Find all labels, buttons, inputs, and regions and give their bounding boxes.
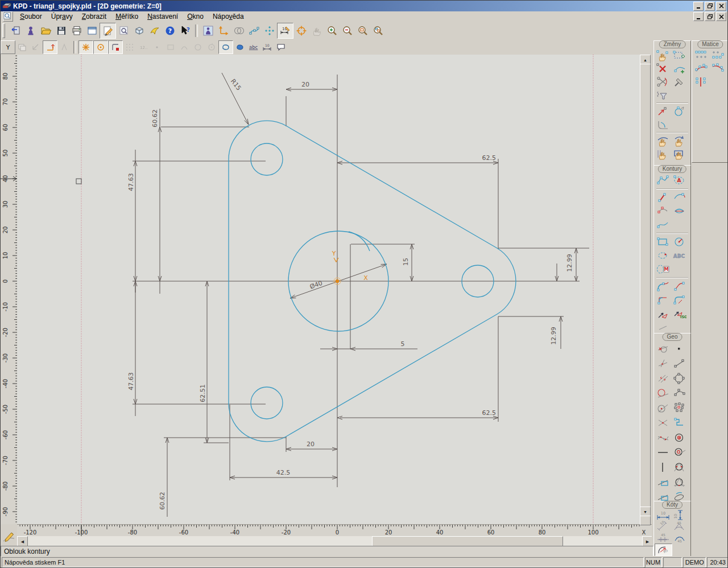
rectangle-button[interactable] (655, 235, 671, 249)
rotate-hand-button[interactable] (671, 134, 688, 147)
arc-points-geo-button[interactable] (671, 386, 688, 401)
snap-target-button[interactable] (293, 23, 309, 38)
stretch-hand-button[interactable] (655, 147, 671, 160)
circle-center-line-button[interactable] (671, 445, 688, 460)
blend-arc-button[interactable] (655, 279, 671, 293)
delete-element-button[interactable] (655, 62, 671, 75)
zoom-window-button[interactable] (355, 23, 370, 38)
comment-bubble-button[interactable] (274, 41, 288, 53)
close-button[interactable] (716, 2, 726, 11)
contour-arc-segment[interactable] (349, 232, 370, 251)
drag-window-hand-button[interactable] (671, 147, 688, 160)
circle-by-points-button[interactable] (671, 371, 688, 386)
mdi-close-button[interactable] (716, 12, 726, 21)
line-2-points-button[interactable] (671, 356, 688, 371)
zoom-extents-button[interactable] (370, 23, 386, 38)
arc-by-points-button[interactable] (655, 204, 671, 218)
ellipse-point-button[interactable] (655, 249, 671, 262)
contour-polyline-button[interactable] (655, 174, 671, 187)
double-tangent-button[interactable] (655, 430, 671, 445)
point-cloud-button[interactable] (671, 401, 688, 415)
parallel-lines-button[interactable] (655, 371, 671, 386)
help-button[interactable]: ? (162, 23, 177, 38)
edit-geometry-button[interactable] (100, 23, 116, 39)
freehand-curve-button[interactable] (655, 218, 671, 232)
select-entities-button[interactable] (671, 49, 688, 62)
toolbar-gripper[interactable] (2, 23, 5, 38)
menu-soubor[interactable]: Soubor (15, 12, 47, 21)
round-corner-button[interactable] (671, 293, 688, 307)
show-spline-button[interactable] (246, 23, 262, 38)
menu-pravy[interactable]: Úpravy (47, 12, 77, 21)
circle-center-point-button[interactable] (671, 430, 688, 445)
filter-funnel-button[interactable] (655, 88, 671, 101)
figure-view-button[interactable] (200, 23, 216, 38)
zoom-in-button[interactable] (324, 23, 340, 38)
profile-arrow-button[interactable] (655, 307, 671, 320)
vertical-scrollbar[interactable]: ▲ ▼ (640, 55, 650, 524)
insert-point-button[interactable] (671, 62, 688, 75)
profile-iso-button[interactable]: ISO (671, 307, 688, 320)
circle-line-angle-button[interactable] (655, 401, 671, 415)
view-3d-button[interactable] (131, 23, 147, 38)
ellipse-m-button[interactable]: M (655, 262, 671, 276)
perpendicular-button[interactable] (655, 356, 671, 371)
palette-title-kontury[interactable]: Kontury (658, 165, 686, 173)
vertical-line-button[interactable] (655, 460, 671, 475)
title-bar[interactable]: KPD - triangl_spojky.pld - [2D geometrie… (1, 1, 728, 11)
array-curve-2-button[interactable] (709, 62, 726, 75)
circle-compass-button[interactable] (671, 235, 688, 249)
palette-title-geo[interactable]: Geo (663, 333, 682, 341)
text-abc-button[interactable]: ABC (671, 249, 688, 262)
menu-mtko[interactable]: Měřítko (111, 12, 143, 21)
array-linear-2-button[interactable] (709, 49, 726, 62)
array-mirror-button[interactable] (693, 75, 709, 88)
preview-window-button[interactable] (116, 23, 131, 38)
palette-title-koty[interactable]: Kóty (662, 501, 682, 509)
save-file-button[interactable] (53, 23, 69, 38)
show-circles-button[interactable] (231, 23, 246, 38)
menu-npovda[interactable]: Nápověda (208, 12, 249, 21)
drag-arc-hand-button[interactable] (655, 134, 671, 147)
tangent-cut-button[interactable] (655, 341, 671, 356)
horizontal-line-button[interactable] (655, 445, 671, 460)
menu-okno[interactable]: Okno (183, 12, 208, 21)
cross-lines-button[interactable] (655, 415, 671, 430)
snap-square-button[interactable] (108, 40, 123, 54)
print-button[interactable] (69, 23, 84, 38)
postprocess-button[interactable] (147, 23, 162, 38)
drawing-canvas[interactable]: Y X R15 20 62.5 12.99 12.99 Ø40 15 5 62.… (17, 55, 640, 524)
restore-button[interactable] (705, 2, 715, 11)
zoom-out-button[interactable] (340, 23, 355, 38)
vertical-scroll-thumb[interactable] (640, 64, 651, 508)
scroll-split-button[interactable] (640, 516, 651, 525)
document-icon[interactable] (3, 11, 13, 22)
show-points-button[interactable] (262, 23, 277, 38)
y-axis-mode-button[interactable]: Y (1, 40, 15, 54)
hole-upper-left[interactable] (251, 143, 283, 175)
step-polyline-button[interactable] (671, 415, 688, 430)
contour-label-button[interactable]: A (671, 174, 688, 187)
dim-angular-button[interactable]: 45 (671, 521, 688, 532)
move-point-button[interactable] (655, 105, 671, 118)
cut-scissors-button[interactable] (655, 75, 671, 88)
hole-lower-left[interactable] (251, 387, 283, 419)
snap-point-button[interactable] (78, 40, 93, 54)
mdi-restore-button[interactable] (705, 12, 715, 21)
circle-2-tangents-button[interactable] (671, 460, 688, 475)
drag-point-hand-button[interactable] (655, 49, 671, 62)
import-part-button[interactable] (7, 23, 23, 38)
dim-horizontal-button[interactable]: 10 (655, 509, 671, 521)
smash-element-button[interactable] (671, 75, 688, 88)
text-labels-button[interactable]: abc (247, 41, 260, 53)
contour-segment-button[interactable] (655, 191, 671, 204)
show-dimensions-button[interactable]: 10 (277, 23, 293, 39)
contour-outline-button[interactable] (218, 40, 233, 54)
slash-button[interactable] (655, 320, 671, 334)
circle-3-tangents-button[interactable] (671, 475, 688, 489)
blend-corner-button[interactable] (671, 279, 688, 293)
origin-axes-button[interactable] (216, 23, 231, 38)
contour-fill-button[interactable] (233, 41, 247, 53)
horizontal-scrollbar[interactable]: ◀ ▶ (17, 536, 652, 546)
trim-corner-button[interactable] (655, 293, 671, 307)
